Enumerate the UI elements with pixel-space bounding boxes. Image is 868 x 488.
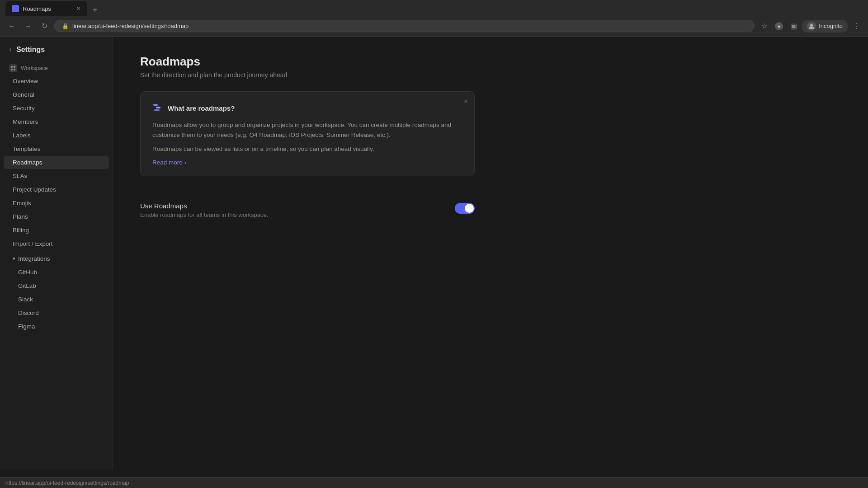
- info-card: What are roadmaps? × Roadmaps allow you …: [140, 91, 475, 176]
- integrations-header[interactable]: ▾ Integrations: [4, 252, 109, 265]
- workspace-icon: [9, 64, 17, 72]
- toggle-thumb: [465, 204, 474, 213]
- page-title: Roadmaps: [140, 55, 841, 69]
- info-card-paragraph1: Roadmaps allow you to group and organize…: [152, 120, 462, 140]
- extensions-button[interactable]: ▣: [787, 20, 800, 33]
- sidebar-item-labels[interactable]: Labels: [4, 129, 109, 142]
- svg-rect-9: [154, 109, 160, 111]
- sidebar-item-label: Roadmaps: [13, 159, 42, 166]
- sidebar-item-project-updates[interactable]: Project Updates: [4, 183, 109, 196]
- use-roadmaps-setting: Use Roadmaps Enable roadmaps for all tea…: [140, 191, 475, 229]
- sidebar-item-label: Plans: [13, 213, 28, 220]
- sidebar-item-plans[interactable]: Plans: [4, 210, 109, 223]
- svg-rect-4: [14, 66, 15, 68]
- browser-chrome: Roadmaps × + ← → ↻ 🔒 linear.app/ui-feed-…: [0, 0, 868, 37]
- sidebar-item-label: SLAs: [13, 173, 27, 179]
- sidebar-item-overview[interactable]: Overview: [4, 75, 109, 88]
- svg-rect-5: [11, 69, 13, 70]
- sidebar-item-import-export[interactable]: Import / Export: [4, 237, 109, 250]
- integrations-label: Integrations: [18, 255, 50, 262]
- sidebar-item-label: Emojis: [13, 200, 31, 206]
- address-bar[interactable]: 🔒 linear.app/ui-feed-redesign/settings/r…: [54, 20, 755, 32]
- sidebar-item-emojis[interactable]: Emojis: [4, 197, 109, 210]
- sidebar-item-discord[interactable]: Discord: [4, 306, 109, 319]
- sidebar-item-label: Labels: [13, 132, 31, 139]
- incognito-label: Incognito: [819, 23, 843, 29]
- tab-close-button[interactable]: ×: [76, 5, 80, 12]
- sidebar-item-gitlab[interactable]: GitLab: [4, 279, 109, 292]
- profile-button[interactable]: ●: [773, 20, 785, 33]
- info-card-close-button[interactable]: ×: [464, 98, 468, 105]
- sidebar-item-label: Discord: [18, 310, 39, 316]
- sidebar: ‹ Settings Workspace Overview General: [0, 37, 113, 469]
- sidebar-item-security[interactable]: Security: [4, 102, 109, 115]
- sidebar-item-label: Billing: [13, 227, 29, 234]
- sidebar-item-label: Members: [13, 118, 38, 125]
- active-tab[interactable]: Roadmaps ×: [5, 1, 87, 16]
- tab-title: Roadmaps: [23, 5, 51, 12]
- workspace-section-label: Workspace: [0, 61, 113, 74]
- sidebar-item-label: GitLab: [18, 282, 36, 289]
- status-bar: https://linear.app/ui-feed-redesign/sett…: [0, 477, 868, 488]
- svg-rect-6: [14, 69, 15, 70]
- roadmap-icon: [152, 102, 163, 115]
- sidebar-item-github[interactable]: GitHub: [4, 266, 109, 279]
- sidebar-item-slas[interactable]: SLAs: [4, 169, 109, 183]
- svg-rect-3: [11, 66, 13, 68]
- sidebar-item-label: GitHub: [18, 269, 37, 276]
- sidebar-item-label: Slack: [18, 296, 33, 303]
- sidebar-item-label: Import / Export: [13, 240, 53, 247]
- incognito-button[interactable]: Incognito: [802, 20, 848, 33]
- sidebar-item-billing[interactable]: Billing: [4, 224, 109, 237]
- app-container: ‹ Settings Workspace Overview General: [0, 37, 868, 469]
- svg-text:●: ●: [778, 23, 781, 29]
- sidebar-item-label: Overview: [13, 78, 38, 84]
- integrations-section: ▾ Integrations GitHub GitLab Slack Disco…: [0, 252, 113, 333]
- page-subtitle: Set the direction and plan the product j…: [140, 71, 841, 79]
- use-roadmaps-toggle[interactable]: [455, 203, 475, 214]
- tab-favicon: [12, 5, 19, 12]
- setting-name: Use Roadmaps: [140, 202, 455, 210]
- browser-toolbar: ← → ↻ 🔒 linear.app/ui-feed-redesign/sett…: [0, 16, 868, 36]
- setting-info: Use Roadmaps Enable roadmaps for all tea…: [140, 202, 455, 218]
- read-more-arrow: ›: [184, 159, 187, 166]
- status-url: https://linear.app/ui-feed-redesign/sett…: [5, 480, 129, 486]
- tab-bar: Roadmaps × +: [0, 0, 868, 16]
- address-text: linear.app/ui-feed-redesign/settings/roa…: [72, 23, 189, 29]
- menu-button[interactable]: ⋮: [850, 20, 863, 33]
- info-card-header: What are roadmaps?: [152, 102, 462, 115]
- info-card-paragraph2: Roadmaps can be viewed as lists or on a …: [152, 144, 462, 154]
- sidebar-nav: Overview General Security Members Labels…: [0, 75, 113, 250]
- sidebar-item-members[interactable]: Members: [4, 115, 109, 128]
- sidebar-item-templates[interactable]: Templates: [4, 142, 109, 155]
- sidebar-item-label: Security: [13, 105, 35, 112]
- read-more-link[interactable]: Read more ›: [152, 159, 186, 166]
- bookmark-button[interactable]: ☆: [758, 20, 771, 33]
- sidebar-header: ‹ Settings: [0, 37, 113, 61]
- main-content: Roadmaps Set the direction and plan the …: [113, 37, 868, 469]
- incognito-avatar: [807, 22, 816, 31]
- info-card-title: What are roadmaps?: [168, 104, 235, 112]
- sidebar-title: Settings: [16, 46, 45, 54]
- sidebar-item-label: Project Updates: [13, 186, 56, 193]
- sidebar-item-roadmaps[interactable]: Roadmaps: [4, 156, 109, 169]
- sidebar-back-button[interactable]: ‹: [9, 45, 12, 54]
- sidebar-item-figma[interactable]: Figma: [4, 320, 109, 333]
- security-lock-icon: 🔒: [62, 23, 69, 29]
- setting-description: Enable roadmaps for all teams in this wo…: [140, 211, 455, 218]
- back-button[interactable]: ←: [5, 20, 18, 33]
- sidebar-item-label: General: [13, 91, 34, 98]
- sidebar-item-label: Templates: [13, 145, 41, 152]
- new-tab-button[interactable]: +: [89, 4, 101, 16]
- sidebar-item-slack[interactable]: Slack: [4, 293, 109, 306]
- workspace-label: Workspace: [21, 65, 48, 71]
- read-more-label: Read more: [152, 159, 183, 166]
- sidebar-item-label: Figma: [18, 323, 35, 330]
- toolbar-actions: ☆ ● ▣ Incognito ⋮: [758, 20, 863, 33]
- chevron-down-icon: ▾: [13, 256, 15, 262]
- forward-button[interactable]: →: [22, 20, 34, 33]
- sidebar-item-general[interactable]: General: [4, 88, 109, 101]
- svg-rect-8: [156, 107, 160, 108]
- svg-rect-7: [153, 104, 158, 106]
- reload-button[interactable]: ↻: [38, 20, 51, 33]
